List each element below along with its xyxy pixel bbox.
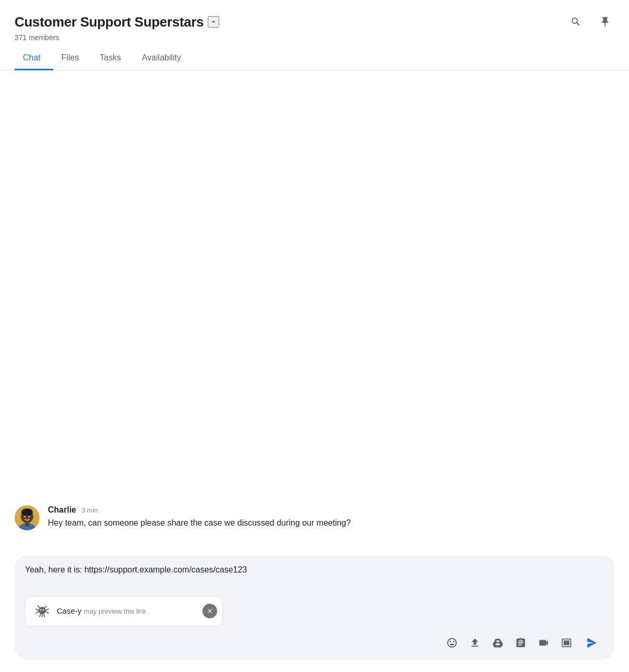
link-preview-label: Case-y: [57, 606, 82, 615]
case-y-icon: [34, 603, 51, 619]
message-group: Charlie 3 min Hey team, can someone plea…: [15, 505, 614, 530]
message-meta: Charlie 3 min: [48, 505, 614, 515]
close-icon: [206, 607, 213, 615]
pin-button[interactable]: [596, 13, 614, 31]
link-preview-card: Case-y may preview this link: [25, 596, 223, 626]
compose-toolbar: [25, 632, 604, 653]
svg-line-20: [40, 614, 41, 617]
tab-availability[interactable]: Availability: [133, 48, 193, 70]
meet-button[interactable]: [556, 632, 577, 653]
svg-point-8: [29, 517, 30, 518]
sender-name: Charlie: [48, 505, 76, 515]
link-preview-text: Case-y may preview this link: [57, 606, 146, 616]
document-button[interactable]: [510, 632, 531, 653]
emoji-icon: [446, 637, 458, 649]
group-name-area: Customer Support Superstars: [15, 14, 219, 30]
svg-line-10: [36, 609, 39, 611]
video-button[interactable]: [533, 632, 554, 653]
members-count: 371 members: [15, 33, 614, 42]
header-top: Customer Support Superstars: [15, 13, 614, 31]
svg-point-4: [21, 508, 33, 516]
tab-files[interactable]: Files: [53, 48, 92, 70]
tab-chat[interactable]: Chat: [15, 48, 53, 70]
svg-line-22: [44, 614, 45, 617]
send-button[interactable]: [581, 632, 602, 653]
search-icon: [570, 16, 582, 28]
chevron-down-button[interactable]: [208, 16, 219, 28]
avatar-image: [15, 505, 40, 530]
message-text: Hey team, can someone please share the c…: [48, 517, 614, 529]
meet-icon: [561, 637, 572, 649]
header-icons: [567, 13, 614, 31]
avatar: [15, 505, 40, 530]
link-preview-close-button[interactable]: [203, 604, 217, 618]
tabs: Chat Files Tasks Availability: [15, 48, 614, 70]
svg-line-14: [38, 606, 40, 608]
svg-line-11: [36, 612, 39, 613]
header: Customer Support Superstars 371 members …: [0, 0, 629, 70]
video-icon: [538, 637, 549, 649]
drive-button[interactable]: [487, 632, 508, 653]
svg-point-19: [43, 610, 44, 611]
svg-rect-2: [25, 523, 29, 526]
svg-point-7: [25, 517, 26, 518]
upload-button[interactable]: [464, 632, 485, 653]
message-content: Charlie 3 min Hey team, can someone plea…: [48, 505, 614, 529]
svg-line-13: [46, 612, 48, 613]
emoji-button[interactable]: [442, 632, 462, 653]
send-icon: [585, 637, 598, 649]
group-name: Customer Support Superstars: [15, 14, 204, 30]
svg-line-15: [45, 606, 46, 608]
drive-icon: [492, 637, 504, 649]
search-button[interactable]: [567, 13, 585, 31]
message-time: 3 min: [81, 506, 98, 514]
svg-line-12: [46, 609, 48, 611]
chat-area: Charlie 3 min Hey team, can someone plea…: [0, 70, 629, 551]
link-preview-sublabel: may preview this link: [84, 607, 146, 615]
compose-area: Yeah, here it is: https://support.exampl…: [15, 555, 614, 659]
upload-icon: [469, 637, 481, 649]
svg-point-18: [41, 610, 42, 611]
tab-tasks[interactable]: Tasks: [92, 48, 134, 70]
compose-input[interactable]: Yeah, here it is: https://support.exampl…: [25, 564, 604, 589]
document-icon: [515, 637, 526, 649]
pin-icon: [599, 16, 611, 28]
